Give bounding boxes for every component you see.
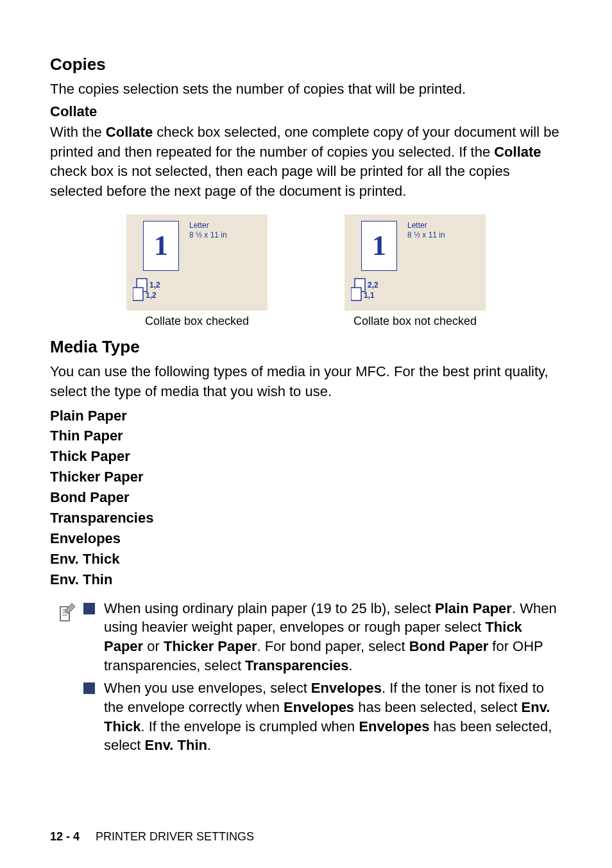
media-heading: Media Type — [50, 337, 562, 357]
media-type-plain-paper: Plain Paper — [50, 406, 562, 426]
n2-b1: Envelopes — [311, 680, 382, 696]
svg-rect-1 — [133, 288, 143, 300]
stack-top-label: 1,2 — [149, 281, 160, 290]
square-bullet-icon — [83, 603, 95, 614]
paper-size-label: Letter 8 ½ x 11 in — [407, 221, 445, 240]
collate-checked-stacks-icon: 1,2 1,2 — [133, 276, 173, 306]
n2-b2: Envelopes — [284, 699, 354, 715]
collate-desc-p1: With the — [50, 124, 106, 140]
stack-bottom-label: 1,1 — [364, 291, 375, 300]
copies-heading: Copies — [50, 55, 562, 74]
media-type-list: Plain Paper Thin Paper Thick Paper Thick… — [50, 406, 562, 590]
n1-s6: . — [349, 657, 353, 673]
n2-s6: . — [207, 737, 211, 753]
collate-unchecked-block: 1 Letter 8 ½ x 11 in 2,2 1,1 Collate box… — [344, 214, 486, 328]
media-type-env-thin: Env. Thin — [50, 569, 562, 590]
n2-s3: has been selected, select — [354, 699, 522, 715]
note-bullet-1: When using ordinary plain paper (19 to 2… — [83, 599, 562, 675]
n2-b5: Env. Thin — [145, 737, 207, 753]
page-preview-box: 1 — [361, 221, 397, 271]
media-type-thin-paper: Thin Paper — [50, 426, 562, 446]
collate-checked-block: 1 Letter 8 ½ x 11 in 1,2 1,2 Collate box… — [126, 214, 268, 328]
media-desc: You can use the following types of media… — [50, 362, 562, 402]
collate-desc: With the Collate check box selected, one… — [50, 123, 562, 202]
paper-name: Letter — [189, 221, 227, 230]
collate-desc-b1: Collate — [106, 124, 153, 140]
collate-illustration-row: 1 Letter 8 ½ x 11 in 1,2 1,2 Collate box… — [50, 214, 562, 328]
media-type-transparencies: Transparencies — [50, 508, 562, 528]
paper-size-label: Letter 8 ½ x 11 in — [189, 221, 227, 240]
media-type-thicker-paper: Thicker Paper — [50, 467, 562, 487]
media-type-env-thick: Env. Thick — [50, 549, 562, 569]
collate-desc-b2: Collate — [494, 144, 541, 160]
media-type-bond-paper: Bond Paper — [50, 487, 562, 508]
copies-desc: The copies selection sets the number of … — [50, 80, 562, 100]
square-bullet-icon — [83, 682, 95, 694]
collate-checked-panel: 1 Letter 8 ½ x 11 in 1,2 1,2 — [126, 214, 268, 311]
n1-b3: Thicker Paper — [164, 638, 257, 654]
n1-s1: When using ordinary plain paper (19 to 2… — [104, 600, 435, 616]
page-preview-digit: 1 — [372, 229, 386, 262]
collate-heading: Collate — [50, 103, 562, 120]
note-bullet-1-text: When using ordinary plain paper (19 to 2… — [104, 599, 562, 675]
n1-b4: Bond Paper — [409, 638, 488, 654]
note-bullet-2: When you use envelopes, select Envelopes… — [83, 679, 562, 755]
n2-s1: When you use envelopes, select — [104, 680, 311, 696]
footer-section-title: PRINTER DRIVER SETTINGS — [96, 830, 254, 843]
collate-desc-p3: check box is not selected, then each pag… — [50, 163, 510, 199]
n1-b5: Transparencies — [245, 657, 348, 673]
paper-name: Letter — [407, 221, 445, 230]
media-type-thick-paper: Thick Paper — [50, 446, 562, 467]
n1-b1: Plain Paper — [435, 600, 512, 616]
footer-page-number: 12 - 4 — [50, 830, 80, 843]
paper-size: 8 ½ x 11 in — [407, 230, 445, 240]
n2-b4: Envelopes — [359, 718, 429, 734]
page-footer: 12 - 4 PRINTER DRIVER SETTINGS — [50, 830, 254, 844]
collate-checked-caption: Collate box checked — [145, 315, 249, 328]
collate-unchecked-caption: Collate box not checked — [353, 315, 477, 328]
note-bullet-2-text: When you use envelopes, select Envelopes… — [104, 679, 562, 755]
n2-s4: . If the envelope is crumpled when — [140, 718, 359, 734]
stack-bottom-label: 1,2 — [146, 291, 157, 300]
n1-s3: or — [143, 638, 164, 654]
media-type-envelopes: Envelopes — [50, 528, 562, 549]
stack-top-label: 2,2 — [368, 281, 378, 290]
note-pencil-icon — [58, 599, 77, 759]
collate-unchecked-stacks-icon: 2,2 1,1 — [351, 276, 391, 306]
collate-unchecked-panel: 1 Letter 8 ½ x 11 in 2,2 1,1 — [344, 214, 486, 311]
note-bullets: When using ordinary plain paper (19 to 2… — [83, 599, 562, 759]
media-note-block: When using ordinary plain paper (19 to 2… — [58, 599, 562, 759]
svg-rect-3 — [351, 288, 361, 300]
page-preview-digit: 1 — [154, 229, 168, 262]
paper-size: 8 ½ x 11 in — [189, 230, 227, 240]
page-preview-box: 1 — [143, 221, 179, 271]
n1-s4: . For bond paper, select — [257, 638, 409, 654]
